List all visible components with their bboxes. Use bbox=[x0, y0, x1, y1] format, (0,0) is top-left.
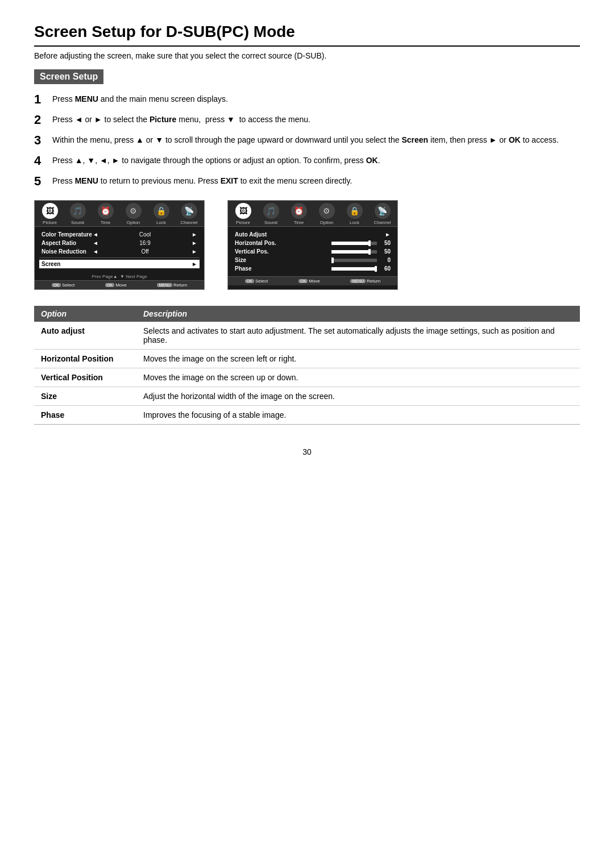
lock-icon: 🔒 bbox=[154, 203, 169, 219]
right-lock-icon: 🔒 bbox=[347, 203, 363, 219]
vert-pos-bar bbox=[331, 250, 377, 254]
steps-container: 1 Press MENU and the main menu screen di… bbox=[34, 93, 580, 189]
right-row-phase: Phase 60 bbox=[233, 264, 393, 273]
table-option-1: Horizontal Position bbox=[34, 350, 136, 368]
table-option-3: Size bbox=[34, 387, 136, 406]
right-bottom-select: OK Select bbox=[245, 279, 268, 284]
picture-icon: 🖼 bbox=[42, 203, 58, 219]
left-menu-separator bbox=[39, 258, 200, 258]
left-icon-sound: 🎵 Sound bbox=[67, 203, 89, 225]
left-icon-time: ⏰ Time bbox=[94, 203, 117, 225]
table-row-1: Horizontal PositionMoves the image on th… bbox=[34, 350, 580, 368]
vert-pos-fill bbox=[331, 250, 369, 254]
left-row-color-temp: Color Temperature ◄ Cool ► bbox=[39, 230, 200, 239]
step-text-4: Press ▲, ▼, ◄, ► to navigate through the… bbox=[52, 155, 380, 167]
right-channel-icon: 📡 bbox=[375, 203, 391, 219]
step-4: 4 Press ▲, ▼, ◄, ► to navigate through t… bbox=[34, 155, 580, 168]
page-title: Screen Setup for D-SUB(PC) Mode bbox=[34, 23, 580, 47]
page-number: 30 bbox=[34, 447, 580, 456]
prev-next-label: Prev Page▲ ▼ Next Page bbox=[35, 274, 204, 279]
right-menu-icons: 🖼 Picture 🎵 Sound ⏰ Time ⚙ Option 🔒 Lock… bbox=[228, 201, 397, 227]
bottom-move: OK Move bbox=[105, 283, 127, 288]
size-bar-container: 0 bbox=[246, 257, 391, 263]
table-row-4: PhaseImproves the focusing of a stable i… bbox=[34, 406, 580, 425]
table-option-0: Auto adjust bbox=[34, 322, 136, 350]
left-row-screen: Screen ► bbox=[39, 260, 200, 268]
intro-text: Before adjusting the screen, make sure t… bbox=[34, 51, 580, 60]
left-row-aspect: Aspect Ratio ◄ 16:9 ► bbox=[39, 239, 200, 247]
step-5: 5 Press MENU to return to previous menu.… bbox=[34, 175, 580, 189]
right-icon-sound: 🎵 Sound bbox=[260, 203, 283, 225]
menus-row: 🖼 Picture 🎵 Sound ⏰ Time ⚙ Option 🔒 Lock… bbox=[34, 200, 580, 290]
right-row-auto-adjust: Auto Adjust ► bbox=[233, 230, 393, 239]
left-icon-lock: 🔒 Lock bbox=[150, 203, 173, 225]
table-row-3: SizeAdjust the horizontal width of the i… bbox=[34, 387, 580, 406]
option-description-table: Option Description Auto adjustSelects an… bbox=[34, 306, 580, 425]
step-text-5: Press MENU to return to previous menu. P… bbox=[52, 175, 352, 187]
table-description-3: Adjust the horizontal width of the image… bbox=[136, 387, 580, 406]
left-menu-bottom: OK Select OK Move MENU Return bbox=[35, 280, 204, 289]
right-menu-content: Auto Adjust ► Horizontal Pos. 50 Vertica… bbox=[228, 227, 397, 276]
horiz-pos-bar bbox=[331, 242, 377, 245]
phase-bar bbox=[331, 267, 377, 271]
table-option-4: Phase bbox=[34, 406, 136, 425]
right-icon-option: ⚙ Option bbox=[316, 203, 338, 225]
time-icon: ⏰ bbox=[98, 203, 114, 219]
right-picture-icon: 🖼 bbox=[235, 203, 251, 219]
right-option-icon: ⚙ bbox=[319, 203, 335, 219]
right-bottom-move: OK Move bbox=[298, 279, 320, 284]
left-icon-picture: 🖼 Picture bbox=[39, 203, 61, 225]
size-marker bbox=[331, 258, 334, 263]
phase-fill bbox=[331, 267, 376, 271]
bottom-return: MENU Return bbox=[157, 283, 187, 288]
right-bottom-return: MENU Return bbox=[350, 279, 380, 284]
table-description-4: Improves the focusing of a stable image. bbox=[136, 406, 580, 425]
section-heading: Screen Setup bbox=[34, 69, 580, 93]
left-menu-content: Color Temperature ◄ Cool ► Aspect Ratio … bbox=[35, 227, 204, 272]
horiz-pos-fill bbox=[331, 242, 369, 245]
step-num-5: 5 bbox=[34, 174, 52, 189]
right-icon-lock: 🔒 Lock bbox=[343, 203, 366, 225]
table-row-2: Vertical PositionMoves the image on the … bbox=[34, 368, 580, 387]
step-text-2: Press ◄ or ► to select the Picture menu,… bbox=[52, 114, 310, 126]
step-3: 3 Within the menu, press ▲ or ▼ to scrol… bbox=[34, 134, 580, 148]
sound-icon: 🎵 bbox=[70, 203, 86, 219]
step-text-1: Press MENU and the main menu screen disp… bbox=[52, 93, 228, 105]
step-num-2: 2 bbox=[34, 113, 52, 127]
col-option-header: Option bbox=[34, 306, 136, 322]
step-1: 1 Press MENU and the main menu screen di… bbox=[34, 93, 580, 107]
horiz-bar-container: 50 bbox=[276, 240, 391, 246]
right-menu-bottom: OK Select OK Move MENU Return bbox=[228, 276, 397, 285]
vert-bar-container: 50 bbox=[268, 248, 391, 255]
horiz-pos-marker bbox=[368, 240, 371, 246]
size-bar bbox=[331, 259, 377, 262]
phase-bar-container: 60 bbox=[251, 265, 391, 272]
left-icon-channel: 📡 Channel bbox=[178, 203, 201, 225]
step-num-4: 4 bbox=[34, 153, 52, 168]
left-icon-option: ⚙ Option bbox=[122, 203, 145, 225]
table-row-0: Auto adjustSelects and activates to star… bbox=[34, 322, 580, 350]
right-time-icon: ⏰ bbox=[291, 203, 307, 219]
table-option-2: Vertical Position bbox=[34, 368, 136, 387]
step-num-1: 1 bbox=[34, 92, 52, 107]
right-icon-channel: 📡 Channel bbox=[371, 203, 394, 225]
option-icon: ⚙ bbox=[126, 203, 142, 219]
step-2: 2 Press ◄ or ► to select the Picture men… bbox=[34, 114, 580, 127]
left-row-noise: Noise Reduction ◄ Off ► bbox=[39, 247, 200, 256]
right-row-horiz-pos: Horizontal Pos. 50 bbox=[233, 239, 393, 247]
channel-icon: 📡 bbox=[181, 203, 197, 219]
table-description-2: Moves the image on the screen up or down… bbox=[136, 368, 580, 387]
right-row-vert-pos: Vertical Pos. 50 bbox=[233, 247, 393, 256]
col-description-header: Description bbox=[136, 306, 580, 322]
bottom-select: OK Select bbox=[52, 283, 74, 288]
step-text-3: Within the menu, press ▲ or ▼ to scroll … bbox=[52, 134, 559, 146]
right-row-size: Size 0 bbox=[233, 256, 393, 264]
phase-marker bbox=[375, 266, 377, 272]
right-icon-time: ⏰ Time bbox=[288, 203, 310, 225]
left-menu-icons: 🖼 Picture 🎵 Sound ⏰ Time ⚙ Option 🔒 Lock… bbox=[35, 201, 204, 227]
right-menu-box: 🖼 Picture 🎵 Sound ⏰ Time ⚙ Option 🔒 Lock… bbox=[227, 200, 398, 290]
right-sound-icon: 🎵 bbox=[263, 203, 279, 219]
right-icon-picture: 🖼 Picture bbox=[232, 203, 255, 225]
step-num-3: 3 bbox=[34, 133, 52, 148]
table-description-0: Selects and activates to start auto adju… bbox=[136, 322, 580, 350]
